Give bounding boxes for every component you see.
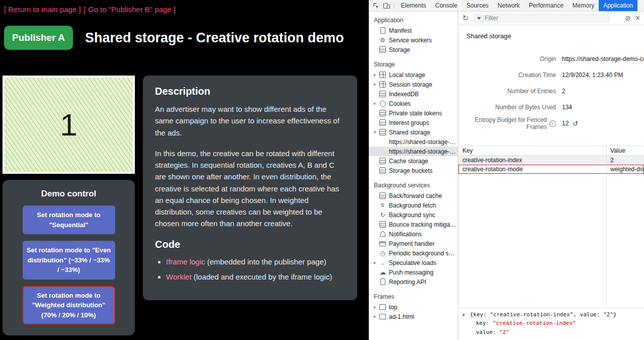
tab-sources[interactable]: Sources <box>462 0 493 11</box>
sidebar-item-ad-1-html[interactable]: ▸ad-1.html <box>369 312 458 321</box>
bell-icon <box>379 231 386 237</box>
cloud-icon <box>379 269 386 276</box>
code-item-text: (loaded and executed by the iframe logic… <box>192 273 332 281</box>
cell-value: weighted-distribution <box>606 165 644 174</box>
filter-box[interactable] <box>473 14 610 23</box>
creative-number: 1 <box>60 107 77 143</box>
rotation-mode-button-2[interactable]: Set rotation mode to "Weighted distribut… <box>23 286 115 325</box>
rotation-mode-button-1[interactable]: Set rotation mode to "Even distribution"… <box>23 241 115 280</box>
preview-pane: ▼ {key: "creative-rotation-index", value… <box>458 308 644 340</box>
devtools-body: ApplicationManifestService workersStorag… <box>369 12 644 340</box>
sidebar-item-payment-handler[interactable]: Payment handler <box>369 239 458 248</box>
chevron-right-icon[interactable]: ▸ <box>374 314 379 319</box>
sidebar-item-shared-storage[interactable]: ▾Shared storage <box>369 127 458 137</box>
top-link-0[interactable]: [ Return to main page ] <box>4 5 81 14</box>
code-link-1[interactable]: Worklet <box>166 273 192 281</box>
demo-control-title: Demo control <box>3 189 135 199</box>
refresh-icon[interactable]: ↻ <box>462 14 469 23</box>
description-heading: Description <box>155 86 345 97</box>
chevron-right-icon[interactable]: ▸ <box>374 305 379 309</box>
clear-storage-icon[interactable]: ⊘ <box>625 14 631 22</box>
device-toolbar-icon[interactable] <box>381 1 392 11</box>
sidebar-item-cache-storage[interactable]: Cache storage <box>369 156 458 166</box>
inspect-element-icon[interactable] <box>371 1 381 11</box>
sidebar-item-cookies[interactable]: ▸Cookies <box>369 99 458 108</box>
chevron-right-icon[interactable]: ▸ <box>374 260 379 265</box>
sidebar-item-manifest[interactable]: Manifest <box>369 26 458 35</box>
tab-elements[interactable]: Elements <box>396 0 431 11</box>
sidebar-item-speculative-loads[interactable]: ▸Speculative loads <box>369 258 458 267</box>
sidebar-item-label: Payment handler <box>389 240 435 247</box>
tab-performance[interactable]: Performance <box>524 0 568 11</box>
chevron-right-icon[interactable]: ▸ <box>374 101 379 106</box>
sidebar-item-interest-groups[interactable]: Interest groups <box>369 118 458 127</box>
code-heading: Code <box>155 239 345 250</box>
sidebar-section-application: Application <box>369 12 458 26</box>
filter-input[interactable] <box>484 14 607 22</box>
sidebar-item-session-storage[interactable]: ▸Session storage <box>369 80 458 89</box>
sidebar-section-background-services: Background services <box>369 175 458 191</box>
sidebar-item-top[interactable]: ▸top <box>369 302 458 312</box>
rotation-mode-button-0[interactable]: Set rotation mode to "Sequential" <box>23 206 115 234</box>
sidebar-item-storage-buckets[interactable]: Storage buckets <box>369 166 458 175</box>
metadata-value: 12/9/2024, 1:23:40 PM <box>562 72 623 79</box>
sidebar-item-label: Periodic background s… <box>389 250 455 257</box>
sidebar-item-bounce-tracking-mitiga[interactable]: Bounce tracking mitiga… <box>369 220 458 229</box>
sidebar-item-label: Shared storage <box>389 129 430 136</box>
table-row-creative-rotation-mode[interactable]: creative-rotation-modeweighted-distribut… <box>458 165 644 174</box>
chevron-right-icon[interactable]: ▸ <box>374 82 379 87</box>
service-worker-icon <box>379 37 386 43</box>
chevron-down-icon[interactable]: ▾ <box>374 130 379 134</box>
sidebar-item-background-sync[interactable]: Background sync <box>369 210 458 220</box>
demo-control-panel: Demo control Set rotation mode to "Seque… <box>3 180 135 335</box>
sidebar-item-notifications[interactable]: Notifications <box>369 229 458 239</box>
sidebar-item-label: top <box>389 304 397 311</box>
metadata-row-creation-time: Creation Time12/9/2024, 1:23:40 PM <box>458 67 644 83</box>
close-icon[interactable]: × <box>635 14 640 22</box>
tab-network[interactable]: Network <box>493 0 524 11</box>
sidebar-item-service-workers[interactable]: Service workers <box>369 35 458 45</box>
sidebar-item-https-shared-storage-d[interactable]: https://shared-storage-d… <box>369 147 458 156</box>
description-paragraphs: An advertiser may want to show different… <box>155 103 345 230</box>
column-header-key[interactable]: Key <box>458 146 606 155</box>
caret-down-icon[interactable]: ▼ <box>462 313 467 317</box>
cell-value: 2 <box>606 156 644 165</box>
tab-application[interactable]: Application <box>599 0 637 11</box>
cell-key: creative-rotation-index <box>458 156 606 165</box>
sidebar-item-reporting-api[interactable]: Reporting API <box>369 277 458 287</box>
top-link-1[interactable]: [ Go to "Publisher B" page ] <box>84 5 176 14</box>
table-row-creative-rotation-index[interactable]: creative-rotation-index2 <box>458 156 644 165</box>
chevron-right-icon[interactable]: ▸ <box>374 73 379 77</box>
sidebar-item-push-messaging[interactable]: Push messaging <box>369 267 458 277</box>
sidebar-item-label: Background fetch <box>389 202 436 209</box>
sidebar-item-storage[interactable]: Storage <box>369 45 458 54</box>
info-icon[interactable]: i <box>549 120 556 127</box>
sidebar-item-back-forward-cache[interactable]: Back/forward cache <box>369 191 458 200</box>
sidebar-item-label: Cache storage <box>389 158 428 165</box>
sidebar-item-indexeddb[interactable]: IndexedDB <box>369 89 458 99</box>
sidebar-section-storage: Storage <box>369 54 458 70</box>
code-link-0[interactable]: Iframe logic <box>166 257 205 266</box>
tab-memory[interactable]: Memory <box>568 0 599 11</box>
creative-ad-frame[interactable]: 1 <box>3 76 135 174</box>
sidebar-item-https-shared-storage-d[interactable]: https://shared-storage-d… <box>369 137 458 147</box>
filter-funnel-icon <box>477 17 481 20</box>
kv-table: KeyValue creative-rotation-index2creativ… <box>458 146 644 308</box>
column-header-value[interactable]: Value <box>606 146 644 155</box>
preview-summary-line[interactable]: ▼ {key: "creative-rotation-index", value… <box>462 311 640 318</box>
metadata-value: https://shared-storage-demo-co <box>562 55 644 62</box>
sidebar-item-private-state-tokens[interactable]: Private state tokens <box>369 108 458 118</box>
sidebar-item-label: Manifest <box>389 27 412 34</box>
sidebar-item-periodic-background-s[interactable]: Periodic background s… <box>369 248 458 258</box>
sidebar-item-background-fetch[interactable]: Background fetch <box>369 200 458 210</box>
tabbar-separator <box>394 2 394 9</box>
metadata-row-number-of-bytes-used: Number of Bytes Used134 <box>458 99 644 115</box>
metadata-label: Number of Bytes Used <box>458 104 562 111</box>
metadata-label: Creation Time <box>458 72 562 79</box>
report-icon <box>379 279 386 285</box>
reset-budget-icon[interactable]: ↺ <box>573 120 578 127</box>
preview-entry-value: "2" <box>499 329 509 335</box>
sidebar-item-label: https://shared-storage-d… <box>389 148 458 155</box>
tab-console[interactable]: Console <box>431 0 462 11</box>
sidebar-item-local-storage[interactable]: ▸Local storage <box>369 70 458 80</box>
